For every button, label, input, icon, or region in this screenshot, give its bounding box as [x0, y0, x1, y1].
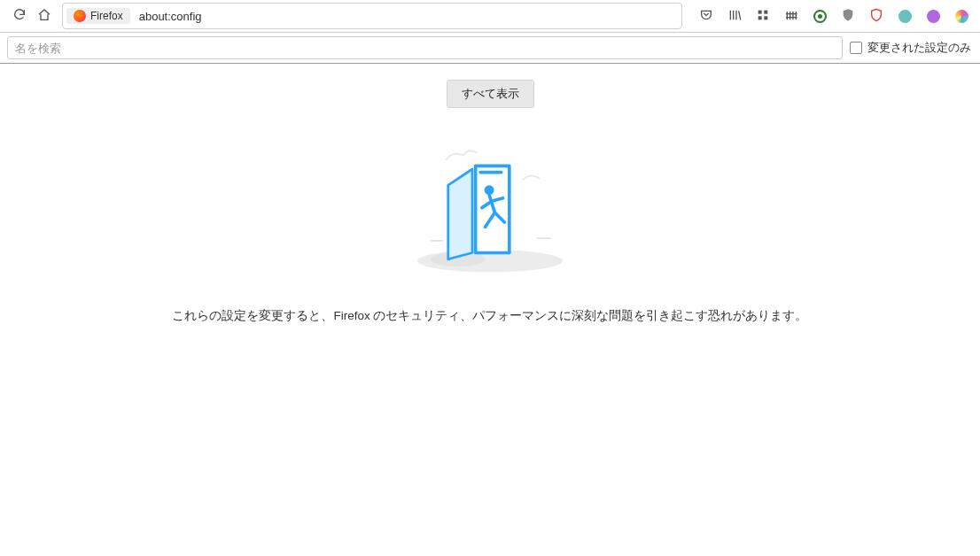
- url-text[interactable]: about:config: [137, 10, 658, 23]
- checkbox-icon: [850, 42, 862, 54]
- ext-red-shield-icon: [869, 8, 883, 25]
- config-warning-text: これらの設定を変更すると、Firefox のセキュリティ、パフォーマンスに深刻な…: [172, 306, 807, 326]
- library-icon: [727, 8, 742, 25]
- bookmark-star-button[interactable]: [658, 7, 676, 25]
- library-button[interactable]: [723, 4, 746, 27]
- ext-teal-icon: [898, 10, 912, 23]
- toolbar-extensions: [695, 4, 973, 27]
- svg-marker-17: [448, 169, 472, 259]
- pocket-icon: [699, 8, 713, 25]
- pocket-button[interactable]: [695, 4, 718, 27]
- ext-grey-shield[interactable]: [836, 4, 859, 27]
- ext-multicolor-icon: [955, 10, 968, 23]
- ext-multicolor[interactable]: [950, 4, 973, 27]
- ext-purple[interactable]: [922, 4, 945, 27]
- svg-line-4: [739, 11, 741, 19]
- svg-rect-8: [764, 16, 767, 19]
- home-icon: [37, 8, 51, 25]
- ext-red-outline[interactable]: [865, 4, 888, 27]
- grid-button[interactable]: [751, 4, 774, 27]
- svg-rect-6: [764, 10, 767, 13]
- fence-button[interactable]: [780, 4, 803, 27]
- caution-illustration: [401, 129, 579, 280]
- reload-button[interactable]: [7, 4, 32, 28]
- url-bar[interactable]: Firefox about:config: [62, 3, 682, 29]
- svg-rect-5: [758, 10, 762, 13]
- home-button[interactable]: [32, 4, 57, 28]
- ext-teal[interactable]: [893, 4, 916, 27]
- ext-green-circle[interactable]: [808, 4, 831, 27]
- pref-search-input[interactable]: [7, 36, 843, 59]
- reload-icon: [12, 8, 27, 25]
- ext-purple-icon: [927, 10, 940, 23]
- firefox-logo-icon: [74, 10, 86, 22]
- svg-rect-7: [758, 16, 762, 19]
- identity-label: Firefox: [90, 10, 123, 22]
- fence-icon: [784, 8, 798, 25]
- wet-floor-sign-icon: [401, 129, 579, 280]
- ext-grey-shield-icon: [841, 8, 855, 25]
- identity-box[interactable]: Firefox: [66, 8, 130, 24]
- show-all-button[interactable]: すべて表示: [447, 80, 534, 108]
- ext-green-circle-icon: [813, 10, 827, 23]
- changed-only-toggle[interactable]: 変更された設定のみ: [850, 41, 980, 56]
- grid-icon: [756, 8, 770, 25]
- svg-rect-19: [478, 171, 502, 174]
- changed-only-label: 変更された設定のみ: [867, 41, 971, 56]
